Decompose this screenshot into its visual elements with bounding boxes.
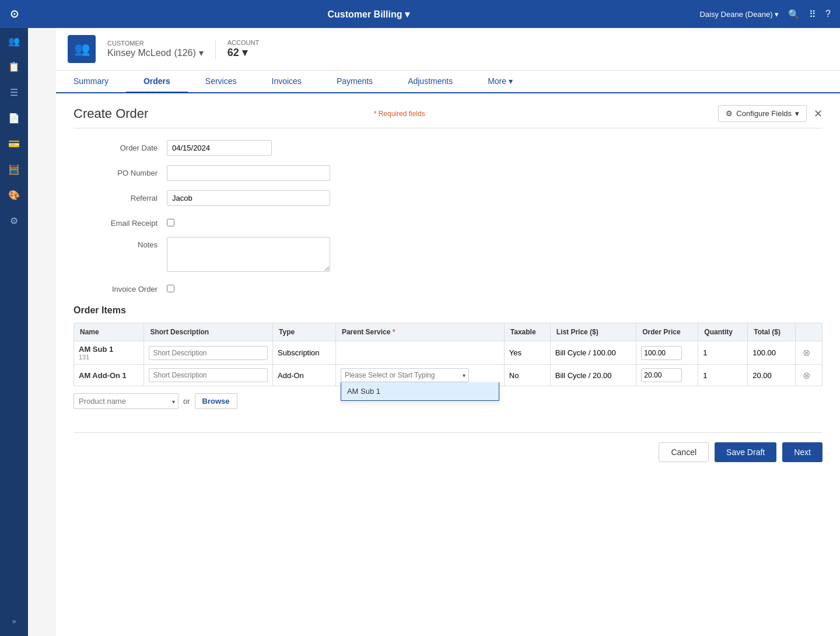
- item-list-price-cell: Bill Cycle / 100.00: [550, 341, 636, 365]
- order-items-section: Order Items Name Short Description Type …: [74, 305, 822, 409]
- referral-label: Referral: [74, 190, 167, 202]
- or-separator: or: [183, 397, 190, 406]
- customer-header: 👥 CUSTOMER Kinsey McLeod (126) ▾ ACCOUNT…: [56, 28, 840, 71]
- save-draft-button[interactable]: Save Draft: [715, 442, 776, 462]
- item-remove-cell: ⊗: [795, 365, 822, 386]
- item-name: AM Sub 1: [79, 345, 139, 354]
- item-short-desc-cell: [144, 365, 273, 386]
- item-list-price-cell: Bill Cycle / 20.00: [550, 365, 636, 386]
- gear-icon: ⚙: [726, 109, 733, 118]
- account-section: ACCOUNT 62 ▾: [215, 39, 259, 59]
- col-list-price: List Price ($): [550, 323, 636, 341]
- sidebar-item-calculator[interactable]: 🧮: [0, 156, 28, 182]
- page-content: Create Order * Required fields ⚙ Configu…: [56, 93, 840, 636]
- sidebar-item-card[interactable]: 💳: [0, 131, 28, 156]
- invoice-order-group: Invoice Order: [74, 281, 822, 293]
- browse-button[interactable]: Browse: [195, 393, 237, 409]
- navigation-tabs: Summary Orders Services Invoices Payment…: [56, 71, 840, 93]
- invoice-order-label: Invoice Order: [74, 281, 167, 293]
- parent-service-dropdown-menu: AM Sub 1: [341, 382, 499, 401]
- tab-more[interactable]: More ▾: [470, 71, 530, 93]
- item-name: AM Add-On 1: [79, 371, 139, 380]
- table-row: AM Add-On 1 Add-On ▾: [74, 365, 822, 386]
- col-parent-service: Parent Service *: [335, 323, 504, 341]
- item-id: 131: [79, 354, 139, 361]
- item-order-price-input[interactable]: [641, 368, 682, 382]
- notes-textarea[interactable]: [167, 237, 330, 272]
- sidebar-item-people[interactable]: 👥: [0, 28, 28, 54]
- tab-payments[interactable]: Payments: [319, 71, 390, 93]
- item-short-description-input[interactable]: [149, 346, 268, 360]
- sidebar-item-settings[interactable]: ⚙: [0, 208, 28, 233]
- app-logo[interactable]: ⊙: [0, 0, 28, 28]
- item-short-desc-cell: [144, 341, 273, 365]
- sidebar-item-documents[interactable]: 📋: [0, 54, 28, 79]
- customer-label: CUSTOMER: [107, 40, 204, 47]
- parent-service-dropdown[interactable]: ▾ AM Sub 1: [341, 368, 499, 382]
- product-name-wrapper: ▾: [74, 393, 178, 409]
- item-remove-cell: ⊗: [795, 341, 822, 365]
- item-name-cell: AM Sub 1 131: [74, 341, 144, 365]
- po-number-group: PO Number: [74, 165, 822, 181]
- required-note: * Required fields: [374, 110, 425, 118]
- next-button[interactable]: Next: [782, 442, 822, 462]
- item-short-description-input[interactable]: [149, 368, 268, 382]
- referral-input[interactable]: [167, 190, 330, 206]
- item-parent-service-cell: [335, 341, 504, 365]
- item-taxable-cell: No: [504, 365, 550, 386]
- email-receipt-checkbox[interactable]: [167, 219, 174, 226]
- tab-invoices[interactable]: Invoices: [254, 71, 319, 93]
- col-quantity: Quantity: [698, 323, 748, 341]
- sidebar-item-file[interactable]: 📄: [0, 105, 28, 131]
- order-items-title: Order Items: [74, 305, 822, 316]
- remove-item-button[interactable]: ⊗: [800, 347, 813, 358]
- order-date-group: Order Date: [74, 140, 822, 156]
- customer-avatar: 👥: [68, 35, 96, 63]
- item-order-price-cell: [636, 365, 698, 386]
- col-taxable: Taxable: [504, 323, 550, 341]
- customer-name[interactable]: Kinsey McLeod (126) ▾: [107, 47, 204, 59]
- item-order-price-cell: [636, 341, 698, 365]
- order-date-input[interactable]: [167, 140, 272, 156]
- main-content: Customer Billing ▾ Daisy Deane (Deane) ▾…: [56, 28, 840, 636]
- dropdown-option-am-sub-1[interactable]: AM Sub 1: [341, 382, 499, 400]
- col-type: Type: [273, 323, 336, 341]
- sidebar-expand[interactable]: »: [8, 613, 21, 630]
- col-order-price: Order Price: [636, 323, 698, 341]
- tab-orders[interactable]: Orders: [126, 71, 188, 93]
- order-form: Order Date PO Number Referral Email Rece…: [74, 140, 822, 293]
- sidebar-item-palette[interactable]: 🎨: [0, 182, 28, 208]
- tab-summary[interactable]: Summary: [56, 71, 126, 93]
- account-number[interactable]: 62 ▾: [228, 46, 259, 59]
- referral-group: Referral: [74, 190, 822, 206]
- close-button[interactable]: ✕: [814, 107, 822, 120]
- invoice-order-checkbox[interactable]: [167, 285, 174, 292]
- customer-info: CUSTOMER Kinsey McLeod (126) ▾: [107, 40, 204, 59]
- remove-item-button[interactable]: ⊗: [800, 370, 813, 381]
- po-number-label: PO Number: [74, 165, 167, 177]
- parent-service-wrapper[interactable]: ▾: [341, 368, 469, 382]
- item-type-cell: Subscription: [273, 341, 336, 365]
- item-total-cell: 100.00: [748, 341, 795, 365]
- item-type-cell: Add-On: [273, 365, 336, 386]
- sidebar-item-list[interactable]: ☰: [0, 79, 28, 105]
- col-total: Total ($): [748, 323, 795, 341]
- create-order-header: Create Order * Required fields ⚙ Configu…: [74, 105, 822, 128]
- col-name: Name: [74, 323, 144, 341]
- account-label: ACCOUNT: [228, 39, 259, 46]
- cancel-button[interactable]: Cancel: [659, 442, 709, 462]
- notes-group: Notes: [74, 237, 822, 272]
- item-order-price-input[interactable]: [641, 346, 682, 360]
- item-total-cell: 20.00: [748, 365, 795, 386]
- col-short-description: Short Description: [144, 323, 273, 341]
- configure-fields-button[interactable]: ⚙ Configure Fields ▾: [718, 105, 807, 122]
- parent-service-input[interactable]: [341, 368, 469, 382]
- po-number-input[interactable]: [167, 165, 330, 181]
- item-parent-service-cell: ▾ AM Sub 1: [335, 365, 504, 386]
- tab-services[interactable]: Services: [188, 71, 254, 93]
- tab-adjustments[interactable]: Adjustments: [390, 71, 470, 93]
- product-name-input[interactable]: [74, 393, 178, 409]
- email-receipt-label: Email Receipt: [74, 215, 167, 228]
- table-header-row: Name Short Description Type Parent Servi…: [74, 323, 822, 341]
- item-taxable-cell: Yes: [504, 341, 550, 365]
